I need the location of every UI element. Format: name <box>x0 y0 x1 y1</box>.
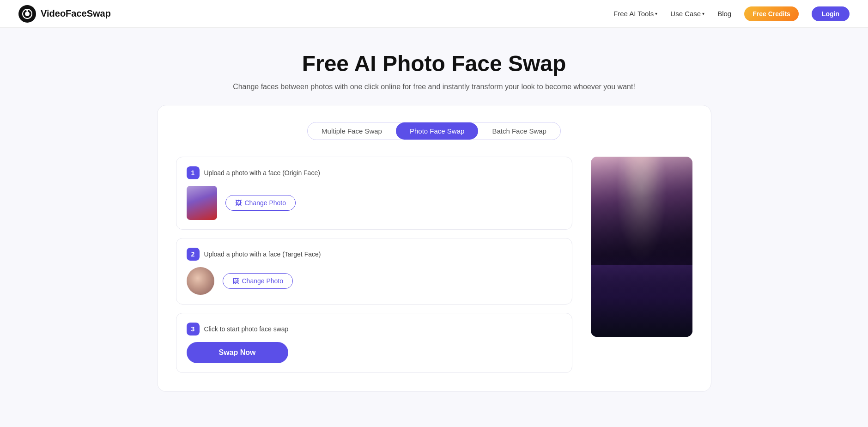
tab-group: Multiple Face Swap Photo Face Swap Batch… <box>307 122 561 140</box>
image-icon: 🖼 <box>235 199 242 207</box>
step-2-number: 2 <box>187 248 200 261</box>
image-icon: 🖼 <box>232 277 239 285</box>
brand-logo[interactable]: VideoFaceSwap <box>18 5 111 23</box>
nav-links: Free AI Tools ▾ Use Case ▾ Blog Free Cre… <box>613 6 850 21</box>
step-2-label: Upload a photo with a face (Target Face) <box>204 250 321 258</box>
hero-title: Free AI Photo Face Swap <box>9 52 859 76</box>
step-3-body: Swap Now <box>187 342 562 363</box>
swap-now-button[interactable]: Swap Now <box>187 342 288 363</box>
svg-point-2 <box>26 10 28 12</box>
tab-multiple-face-swap[interactable]: Multiple Face Swap <box>308 122 396 140</box>
steps-column: 1 Upload a photo with a face (Origin Fac… <box>176 157 572 373</box>
brand-icon <box>18 5 36 23</box>
tab-photo-face-swap[interactable]: Photo Face Swap <box>396 122 478 140</box>
content-area: 1 Upload a photo with a face (Origin Fac… <box>176 157 692 373</box>
origin-photo-image <box>187 186 217 220</box>
tab-batch-face-swap[interactable]: Batch Face Swap <box>478 122 560 140</box>
tabs-container: Multiple Face Swap Photo Face Swap Batch… <box>176 122 692 140</box>
login-button[interactable]: Login <box>812 6 850 21</box>
target-photo-thumbnail <box>187 267 214 295</box>
target-photo-image <box>187 267 214 295</box>
chevron-icon: ▾ <box>702 11 704 16</box>
svg-point-1 <box>25 12 30 16</box>
step-3-header: 3 Click to start photo face swap <box>187 323 562 336</box>
change-origin-photo-button[interactable]: 🖼 Change Photo <box>225 195 296 211</box>
change-target-photo-button[interactable]: 🖼 Change Photo <box>223 273 293 289</box>
nav-blog[interactable]: Blog <box>717 10 731 18</box>
step-1-body: 🖼 Change Photo <box>187 186 562 220</box>
hero-subtitle: Change faces between photos with one cli… <box>9 83 859 91</box>
step-2-header: 2 Upload a photo with a face (Target Fac… <box>187 248 562 261</box>
step-1-header: 1 Upload a photo with a face (Origin Fac… <box>187 166 562 179</box>
step-1-number: 1 <box>187 166 200 179</box>
origin-photo-thumbnail <box>187 186 217 220</box>
brand-name: VideoFaceSwap <box>41 8 111 19</box>
step-2-card: 2 Upload a photo with a face (Target Fac… <box>176 238 572 305</box>
chevron-icon: ▾ <box>655 11 657 16</box>
step-3-card: 3 Click to start photo face swap Swap No… <box>176 313 572 373</box>
step-3-label: Click to start photo face swap <box>204 325 289 333</box>
free-credits-button[interactable]: Free Credits <box>744 6 799 21</box>
result-image <box>591 157 692 337</box>
step-3-number: 3 <box>187 323 200 336</box>
nav-use-case[interactable]: Use Case ▾ <box>670 10 704 18</box>
hero-section: Free AI Photo Face Swap Change faces bet… <box>0 28 868 105</box>
result-column <box>591 157 692 337</box>
step-2-body: 🖼 Change Photo <box>187 267 562 295</box>
result-image-box <box>591 157 692 337</box>
step-1-card: 1 Upload a photo with a face (Origin Fac… <box>176 157 572 230</box>
nav-free-ai-tools[interactable]: Free AI Tools ▾ <box>613 10 657 18</box>
main-card: Multiple Face Swap Photo Face Swap Batch… <box>157 105 711 392</box>
navbar: VideoFaceSwap Free AI Tools ▾ Use Case ▾… <box>0 0 868 28</box>
step-1-label: Upload a photo with a face (Origin Face) <box>204 169 320 177</box>
